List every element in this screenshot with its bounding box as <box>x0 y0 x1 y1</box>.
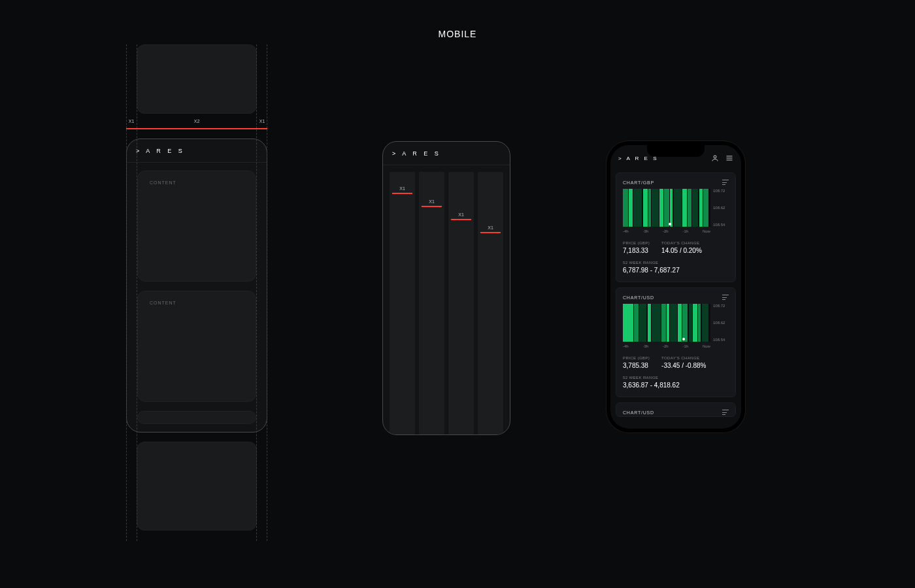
change-stat: TODAY'S CHANGE 14.05 / 0.20% <box>661 241 702 254</box>
content-block-3 <box>137 411 256 424</box>
x-axis: -4h -3h -2h -1h Now <box>623 229 729 233</box>
account-icon[interactable] <box>711 154 719 162</box>
card-title: CHART/USD <box>623 295 654 300</box>
change-stat: TODAY'S CHANGE -33.45 / -0.88% <box>661 356 706 369</box>
x-axis: -4h -3h -2h -1h Now <box>623 344 729 348</box>
y-axis: 108.72 108.62 108.54 <box>713 189 729 227</box>
content-block-2: CONTENT <box>137 291 256 402</box>
chart-card-gbp[interactable]: CHART/GBP <box>616 172 736 282</box>
guide-column: X1 <box>478 172 503 434</box>
x1-label-right: X1 <box>259 119 265 123</box>
column-guide-frame: > A R E S X1 X1 X1 X1 <box>382 141 510 435</box>
column-label: X1 <box>399 186 405 191</box>
chart-canvas[interactable] <box>623 189 710 227</box>
chart-area: 108.72 108.62 108.54 <box>623 189 729 227</box>
guide-column: X1 <box>390 172 415 434</box>
price-stat: PRICE (GBP) 7,183.33 <box>623 241 650 254</box>
column-label: X1 <box>458 212 464 217</box>
content-block-1: CONTENT <box>137 171 256 282</box>
y-axis: 108.72 108.62 108.54 <box>713 304 729 342</box>
brand-logo: > A R E S <box>392 150 441 157</box>
card-title: CHART/USD <box>623 410 654 415</box>
brand-logo: > A R E S <box>136 148 185 154</box>
content-label: CONTENT <box>138 171 256 185</box>
chart-marker <box>669 223 671 225</box>
chart-area: 108.72 108.62 108.54 <box>623 304 729 342</box>
chart-card-peek[interactable]: CHART/USD <box>616 402 736 417</box>
phone-body: CHART/GBP <box>610 169 741 429</box>
price-stat: PRICE (GBP) 3,785.38 <box>623 356 650 369</box>
column-label: X1 <box>429 199 435 204</box>
page-title: MOBILE <box>0 29 915 39</box>
chart-canvas[interactable] <box>623 304 710 342</box>
phone-notch <box>647 145 705 157</box>
x2-ruler: X2 X1 X1 <box>126 123 267 135</box>
x1-label-left: X1 <box>129 119 135 123</box>
filter-icon[interactable] <box>722 295 729 300</box>
range-stat: 52 WEEK RANGE 3,636.87 - 4,818.62 <box>623 376 729 389</box>
svg-point-0 <box>714 155 716 158</box>
x2-label: X2 <box>194 119 200 123</box>
filter-icon[interactable] <box>722 410 729 415</box>
wireframe-header: > A R E S <box>383 142 510 165</box>
ghost-card-bottom <box>137 442 257 531</box>
range-stat: 52 WEEK RANGE 6,787.98 - 7,687.27 <box>623 261 729 274</box>
column-label: X1 <box>488 225 493 230</box>
phone-mockup: > A R E S CHART/GBP <box>607 141 745 433</box>
wireframe-device: > A R E S CONTENT CONTENT <box>126 139 267 433</box>
phone-screen: > A R E S CHART/GBP <box>610 145 741 429</box>
columns-container: X1 X1 X1 X1 <box>383 165 510 434</box>
wireframe-header: > A R E S <box>127 139 267 163</box>
menu-icon[interactable] <box>725 154 733 162</box>
guide-column: X1 <box>419 172 444 434</box>
filter-icon[interactable] <box>722 180 729 185</box>
content-label: CONTENT <box>138 291 256 305</box>
layout-guide-frame: X2 X1 X1 > A R E S CONTENT CONTENT <box>126 44 267 541</box>
card-title: CHART/GBP <box>623 180 654 185</box>
guide-column: X1 <box>448 172 474 434</box>
ghost-card-top <box>137 44 257 114</box>
chart-card-usd[interactable]: CHART/USD <box>616 287 736 397</box>
